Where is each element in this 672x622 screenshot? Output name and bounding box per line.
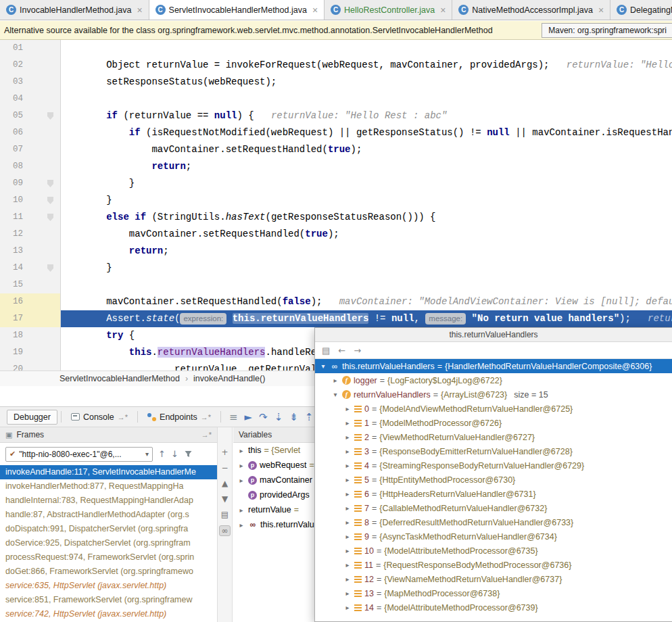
stack-frame[interactable]: doGet:866, FrameworkServlet (org.springf… [0, 565, 217, 579]
code-line[interactable]: 14 } [0, 260, 672, 277]
stack-frame[interactable]: processRequest:974, FrameworkServlet (or… [0, 550, 217, 565]
remove-watch-icon[interactable]: − [219, 463, 231, 473]
expand-icon[interactable]: ▾ [331, 391, 339, 398]
code-line[interactable]: 05 if (returnValue == null) { returnValu… [0, 107, 672, 124]
stack-frame[interactable]: handle:87, AbstractHandlerMethodAdapter … [0, 508, 217, 522]
fold-marker-icon[interactable] [47, 180, 53, 187]
editor[interactable]: 0102 Object returnValue = invokeForReque… [0, 40, 672, 370]
popup-field-row[interactable]: ▸flogger = {LogFactory$Log4jLog@6722} [315, 373, 672, 387]
expand-icon[interactable]: ▸ [343, 575, 352, 583]
expand-icon[interactable]: ▸ [237, 477, 245, 484]
editor-tab[interactable]: CNativeMethodAccessorImpl.java× [452, 0, 610, 20]
fold-marker-icon[interactable] [47, 197, 53, 204]
fold-marker-icon[interactable] [47, 112, 53, 120]
move-watch-down-icon[interactable]: ▼ [219, 494, 231, 504]
stack-frame[interactable]: service:635, HttpServlet (javax.servlet.… [0, 579, 217, 593]
breadcrumb-class[interactable]: ServletInvocableHandlerMethod [59, 374, 180, 383]
code-line[interactable]: 16 mavContainer.setRequestHandled(false)… [0, 293, 672, 310]
popup-item-row[interactable]: ▸5 = {HttpEntityMethodProcessor@6730} [315, 473, 672, 487]
debug-tab-console[interactable]: Console→* [65, 410, 134, 424]
stack-frame[interactable]: service:742, HttpServlet (javax.servlet.… [0, 607, 217, 621]
expand-icon[interactable]: ▸ [343, 433, 352, 441]
add-watch-icon[interactable]: + [219, 448, 231, 457]
expand-icon[interactable]: ▸ [237, 447, 245, 454]
code-line[interactable]: 10 } [0, 192, 672, 209]
debug-tab-endpoints[interactable]: Endpoints→* [141, 410, 217, 424]
breadcrumb-method[interactable]: invokeAndHandle() [193, 374, 265, 383]
popup-item-row[interactable]: ▸9 = {AsyncTaskMethodReturnValueHandler@… [315, 529, 672, 544]
fold-marker-icon[interactable] [47, 264, 53, 272]
stack-frame[interactable]: invokeHandlerMethod:877, RequestMappingH… [0, 479, 217, 494]
popup-root-row[interactable]: ▾∞this.returnValueHandlers = {HandlerMet… [315, 359, 672, 373]
editor-tab[interactable]: CDelegatingMe× [610, 0, 672, 20]
expand-icon[interactable]: ▸ [343, 448, 352, 455]
collapse-icon[interactable]: ▾ [319, 362, 327, 370]
popup-item-row[interactable]: ▸4 = {StreamingResponseBodyReturnValueHa… [315, 458, 672, 473]
expand-icon[interactable]: ▸ [343, 490, 352, 498]
close-tab-icon[interactable]: × [312, 5, 318, 16]
forward-icon[interactable]: → [354, 345, 361, 356]
editor-tab[interactable]: CInvocableHandlerMethod.java× [0, 0, 149, 20]
code-line[interactable]: 03 setResponseStatus(webRequest); [0, 74, 672, 91]
code-line[interactable]: 12 mavContainer.setRequestHandled(true); [0, 226, 672, 243]
close-tab-icon[interactable]: × [137, 5, 142, 16]
move-watch-up-icon[interactable]: ▲ [219, 479, 231, 488]
code-line[interactable]: 04 [0, 91, 672, 107]
code-line[interactable]: 07 mavContainer.setRequestHandled(true); [0, 141, 672, 158]
expand-icon[interactable]: ▸ [343, 405, 352, 412]
popup-item-row[interactable]: ▸13 = {MapMethodProcessor@6738} [315, 586, 672, 600]
expand-icon[interactable]: ▸ [343, 590, 352, 597]
step-into-icon[interactable]: ⇣ [274, 411, 283, 423]
popup-item-row[interactable]: ▸11 = {RequestResponseBodyMethodProcesso… [315, 558, 672, 572]
hide-library-frames-icon[interactable] [184, 450, 193, 458]
code-line[interactable]: 08 return; [0, 158, 672, 175]
popup-item-row[interactable]: ▸3 = {ResponseBodyEmitterReturnValueHand… [315, 444, 672, 458]
code-line[interactable]: 02 Object returnValue = invokeForRequest… [0, 57, 672, 74]
force-step-into-icon[interactable]: ⇟ [289, 411, 298, 423]
expand-icon[interactable]: ▸ [237, 521, 245, 529]
stack-frame[interactable]: doService:925, DispatcherServlet (org.sp… [0, 536, 217, 550]
stack-frame[interactable]: invokeAndHandle:117, ServletInvocableHan… [0, 465, 217, 479]
maven-source-button[interactable]: Maven: org.springframework:spri [542, 23, 672, 38]
code-line[interactable]: 17 Assert.state(expression: this.returnV… [0, 310, 672, 327]
popup-item-row[interactable]: ▸1 = {ModelMethodProcessor@6726} [315, 416, 672, 430]
popup-item-row[interactable]: ▸14 = {ModelAttributeMethodProcessor@673… [315, 600, 672, 615]
expand-icon[interactable]: ▸ [343, 533, 352, 540]
fold-marker-icon[interactable] [47, 214, 53, 221]
stack-frame[interactable]: doDispatch:991, DispatcherServlet (org.s… [0, 522, 217, 536]
code-line[interactable]: 09 } [0, 175, 672, 192]
popup-item-row[interactable]: ▸12 = {ViewNameMethodReturnValueHandler@… [315, 572, 672, 586]
next-frame-icon[interactable]: ↓ [171, 449, 178, 459]
popup-item-row[interactable]: ▸7 = {CallableMethodReturnValueHandler@6… [315, 501, 672, 515]
back-icon[interactable]: ← [338, 345, 345, 356]
expand-icon[interactable]: ▸ [343, 462, 352, 469]
stack-frame[interactable]: service:851, FrameworkServlet (org.sprin… [0, 593, 217, 607]
duplicate-watch-icon[interactable]: ▤ [219, 510, 231, 519]
close-tab-icon[interactable]: × [598, 5, 604, 16]
previous-frame-icon[interactable]: ↑ [158, 449, 166, 459]
settings-menu-icon[interactable]: ≡ [229, 411, 238, 423]
expand-icon[interactable]: ▸ [237, 506, 245, 514]
expand-icon[interactable]: ▸ [343, 504, 352, 512]
close-tab-icon[interactable]: × [440, 5, 446, 16]
code-line[interactable]: 06 if (isRequestNotModified(webRequest) … [0, 124, 672, 141]
step-out-icon[interactable]: ⇡ [305, 411, 314, 423]
editor-tab[interactable]: CHelloRestController.java× [325, 0, 452, 20]
expand-icon[interactable]: ▸ [237, 462, 245, 469]
code-line[interactable]: 11 else if (StringUtils.hasText(getRespo… [0, 209, 672, 226]
popup-item-row[interactable]: ▸0 = {ModelAndViewMethodReturnValueHandl… [315, 402, 672, 416]
expand-icon[interactable]: ▸ [331, 377, 339, 384]
popup-item-row[interactable]: ▸2 = {ViewMethodReturnValueHandler@6727} [315, 430, 672, 444]
expand-icon[interactable]: ▸ [343, 604, 352, 611]
code-line[interactable]: 15 [0, 277, 672, 293]
show-watches-icon[interactable]: ∞ [219, 525, 231, 536]
expand-icon[interactable]: ▸ [343, 519, 352, 526]
popup-item-row[interactable]: ▸10 = {ModelAttributeMethodProcessor@673… [315, 544, 672, 558]
popup-field-row[interactable]: ▾freturnValueHandlers = {ArrayList@6723}… [315, 387, 672, 402]
pin-icon[interactable]: →* [201, 431, 212, 439]
debug-tab-debugger[interactable]: Debugger [7, 410, 57, 425]
expand-icon[interactable]: ▸ [343, 561, 352, 569]
expand-icon[interactable]: ▸ [343, 476, 352, 483]
expand-icon[interactable]: ▸ [343, 419, 352, 427]
thread-selector[interactable]: ✔ "http-nio-8080-exec-1"@6,... ▾ [5, 447, 153, 462]
